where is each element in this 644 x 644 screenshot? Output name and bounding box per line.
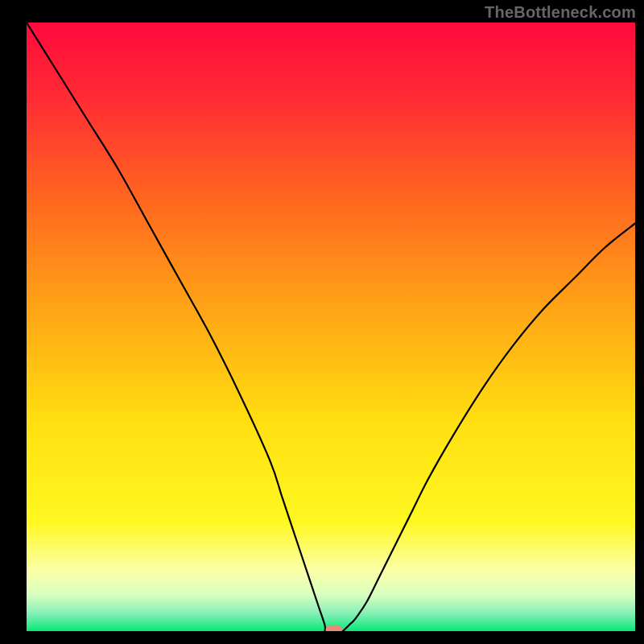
- chart-frame: TheBottleneck.com: [0, 0, 644, 644]
- gradient-background: [27, 23, 635, 631]
- plot-area: [27, 23, 635, 631]
- bottleneck-chart: [27, 23, 635, 631]
- watermark-text: TheBottleneck.com: [485, 3, 636, 22]
- optimum-marker: [326, 625, 342, 631]
